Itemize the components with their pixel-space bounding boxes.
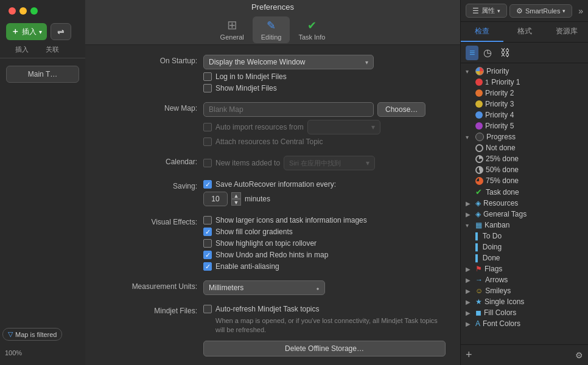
properties-tab[interactable]: ☰ 属性 ▾ bbox=[466, 4, 507, 18]
priority-1-number: 1 bbox=[485, 78, 489, 86]
right-sidebar-tree: ▾ Priority 1 Priority 1 Priority 2 Prior… bbox=[461, 63, 588, 344]
minutes-input[interactable]: 10 bbox=[203, 192, 228, 206]
resources-group[interactable]: ▶ ◈ Resources bbox=[461, 198, 588, 209]
smartrules-tab[interactable]: ⚙ SmartRules ▾ bbox=[509, 4, 572, 18]
priority-3-item[interactable]: Priority 3 bbox=[461, 99, 588, 109]
auto-refresh-checkbox[interactable] bbox=[203, 305, 212, 313]
undo-redo-checkbox[interactable]: ✓ bbox=[203, 251, 212, 259]
toolbar-general[interactable]: ⊞ General bbox=[212, 15, 253, 43]
priority-4-dot bbox=[475, 111, 483, 119]
minutes-stepper[interactable]: ▲ ▼ bbox=[231, 192, 241, 206]
link-view-tab[interactable]: ⛓ bbox=[497, 46, 514, 60]
resources-subtab[interactable]: 资源库 bbox=[545, 22, 588, 42]
not-done-item[interactable]: Not done bbox=[461, 142, 588, 153]
priority-2-item[interactable]: Priority 2 bbox=[461, 88, 588, 99]
doing-icon: ▌ bbox=[475, 243, 480, 251]
priority-5-item[interactable]: Priority 5 bbox=[461, 120, 588, 131]
decrement-button[interactable]: ▼ bbox=[231, 199, 241, 206]
new-items-label: New items added to bbox=[215, 159, 280, 167]
map-filtered-badge[interactable]: ▽ Map is filtered bbox=[2, 328, 62, 341]
effect-anti-alias: ✓ Enable anti-aliasing bbox=[203, 262, 446, 271]
priority-5-label: Priority 5 bbox=[485, 122, 514, 130]
attach-resources-row: Attach resources to Central Topic bbox=[203, 137, 446, 146]
effect-undo-redo: ✓ Show Undo and Redo hints in map bbox=[203, 251, 446, 259]
minimize-button[interactable] bbox=[19, 7, 27, 15]
maximize-button[interactable] bbox=[30, 7, 38, 15]
toolbar-taskinfo[interactable]: ✔ Task Info bbox=[290, 16, 334, 43]
fill-colors-group[interactable]: ▶ ◼ Fill Colors bbox=[461, 307, 588, 318]
calendar-controls: New items added to Siri 在应用中找到 ▾ bbox=[203, 156, 446, 170]
task-done-item[interactable]: ✔ Task done bbox=[461, 186, 588, 198]
anti-alias-checkbox[interactable]: ✓ bbox=[203, 262, 212, 271]
75-done-circle bbox=[475, 177, 483, 185]
main-topic-button[interactable]: Main T… bbox=[6, 66, 79, 83]
anti-alias-label: Enable anti-aliasing bbox=[215, 262, 279, 271]
list-view-tab[interactable]: ≡ bbox=[466, 46, 478, 60]
larger-icons-checkbox[interactable] bbox=[203, 216, 212, 224]
done-item[interactable]: ▌ Done bbox=[461, 252, 588, 263]
75-done-item[interactable]: 75% done bbox=[461, 175, 588, 186]
startup-dropdown[interactable]: Display the Welcome Window ▾ bbox=[203, 55, 374, 69]
chevron-down-icon: ▾ bbox=[466, 222, 473, 229]
toolbar-inner: ⊞ General ✎ Editing ✔ Task Info bbox=[85, 12, 460, 44]
autorecover-checkbox[interactable]: ✓ bbox=[203, 180, 212, 189]
link-label-text: 关联 bbox=[41, 45, 63, 54]
flags-label: Flags bbox=[485, 265, 502, 273]
insert-button[interactable]: ＋ 插入 ▾ bbox=[6, 23, 47, 40]
todo-item[interactable]: ▌ To Do bbox=[461, 231, 588, 242]
kanban-group[interactable]: ▾ ▦ Kanban bbox=[461, 220, 588, 231]
smileys-group[interactable]: ▶ ☺ Smileys bbox=[461, 285, 588, 296]
fill-color-label: Show fill color gradients bbox=[215, 228, 293, 236]
kanban-icon: ▦ bbox=[475, 221, 482, 229]
task-done-check: ✔ bbox=[475, 187, 483, 196]
delete-offline-button[interactable]: Delete Offline Storage… bbox=[203, 341, 446, 356]
toolbar-editing[interactable]: ✎ Editing bbox=[253, 16, 290, 43]
priority-2-dot bbox=[475, 89, 483, 97]
saving-row: Saving: ✓ Save AutoRecover information e… bbox=[100, 180, 446, 206]
choose-button[interactable]: Choose… bbox=[377, 102, 425, 117]
right-sidebar-bottom-bar: + ⚙ bbox=[461, 344, 588, 365]
newmap-input[interactable] bbox=[203, 102, 374, 117]
font-colors-group[interactable]: ▶ A Font Colors bbox=[461, 318, 588, 329]
general-tags-group[interactable]: ▶ ◈ General Tags bbox=[461, 209, 588, 220]
chevron-right-icon: ▶ bbox=[466, 211, 473, 218]
single-icons-label: Single Icons bbox=[485, 297, 524, 306]
progress-group[interactable]: ▾ Progress bbox=[461, 131, 588, 142]
clock-view-tab[interactable]: ◷ bbox=[480, 45, 495, 60]
auto-import-checkbox[interactable] bbox=[203, 123, 212, 131]
settings-button[interactable]: ⚙ bbox=[575, 350, 583, 360]
50-done-item[interactable]: 50% done bbox=[461, 164, 588, 175]
arrows-group[interactable]: ▶ → Arrows bbox=[461, 274, 588, 285]
sidebar-labels: 插入 关联 bbox=[0, 44, 85, 55]
right-sidebar-top-tabs: ☰ 属性 ▾ ⚙ SmartRules ▾ » bbox=[461, 0, 588, 22]
new-items-checkbox[interactable] bbox=[203, 159, 212, 167]
startup-value: Display the Welcome Window bbox=[209, 58, 306, 66]
dropdown-arrow-icon: ▾ bbox=[366, 159, 369, 167]
increment-button[interactable]: ▲ bbox=[231, 192, 241, 199]
highlight-checkbox[interactable] bbox=[203, 239, 212, 248]
close-button[interactable] bbox=[9, 7, 16, 15]
priority-1-item[interactable]: 1 Priority 1 bbox=[461, 77, 588, 88]
link-button[interactable]: ⇌ bbox=[51, 23, 71, 40]
check-subtab[interactable]: 检查 bbox=[461, 22, 503, 42]
attach-resources-checkbox[interactable] bbox=[203, 137, 212, 146]
measurement-dropdown[interactable]: Millimeters ⬥ bbox=[203, 280, 325, 295]
filter-icon: ▽ bbox=[8, 330, 13, 338]
show-mindjet-checkbox[interactable] bbox=[203, 84, 212, 92]
login-checkbox[interactable] bbox=[203, 72, 212, 81]
more-button[interactable]: » bbox=[578, 6, 583, 16]
doing-item[interactable]: ▌ Doing bbox=[461, 242, 588, 252]
startup-label: On Startup: bbox=[100, 55, 197, 65]
priority-group[interactable]: ▾ Priority bbox=[461, 66, 588, 77]
priority-4-item[interactable]: Priority 4 bbox=[461, 109, 588, 120]
newmap-label: New Map: bbox=[100, 102, 197, 113]
25-done-item[interactable]: 25% done bbox=[461, 153, 588, 164]
smileys-label: Smileys bbox=[485, 287, 511, 295]
single-icons-group[interactable]: ▶ ★ Single Icons bbox=[461, 296, 588, 307]
properties-label: 属性 bbox=[481, 6, 495, 15]
format-subtab[interactable]: 格式 bbox=[503, 22, 546, 42]
fill-color-checkbox[interactable]: ✓ bbox=[203, 228, 212, 236]
add-button[interactable]: + bbox=[466, 349, 472, 361]
auto-import-label: Auto import resources from bbox=[215, 123, 304, 131]
flags-group[interactable]: ▶ ⚑ Flags bbox=[461, 263, 588, 274]
